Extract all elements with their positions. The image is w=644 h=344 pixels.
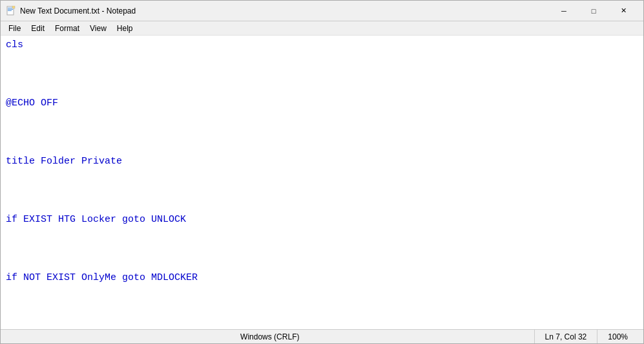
window-controls: ─ □ ✕ (549, 1, 638, 21)
svg-rect-3 (8, 10, 12, 11)
notepad-icon (6, 6, 16, 16)
svg-rect-2 (8, 9, 13, 10)
menu-bar: File Edit Format View Help (1, 21, 643, 36)
status-encoding: Windows (CRLF) (6, 330, 534, 343)
window-title: New Text Document.txt - Notepad (20, 6, 136, 16)
minimize-button[interactable]: ─ (549, 1, 579, 21)
status-bar: Windows (CRLF) Ln 7, Col 32 100% (1, 329, 643, 343)
menu-file[interactable]: File (3, 23, 26, 34)
title-bar-left: New Text Document.txt - Notepad (6, 6, 136, 16)
menu-help[interactable]: Help (112, 23, 138, 34)
menu-format[interactable]: Format (50, 23, 85, 34)
maximize-button[interactable]: □ (579, 1, 608, 21)
editor-textarea[interactable]: cls @ECHO OFF title Folder Private if EX… (1, 36, 643, 329)
title-bar: New Text Document.txt - Notepad ─ □ ✕ (1, 1, 643, 21)
menu-edit[interactable]: Edit (26, 23, 50, 34)
close-button[interactable]: ✕ (608, 1, 638, 21)
svg-rect-4 (12, 6, 15, 8)
status-zoom: 100% (597, 330, 638, 343)
notepad-window: New Text Document.txt - Notepad ─ □ ✕ Fi… (0, 0, 644, 344)
editor-container: cls @ECHO OFF title Folder Private if EX… (1, 36, 643, 329)
status-position: Ln 7, Col 32 (534, 330, 597, 343)
menu-view[interactable]: View (85, 23, 112, 34)
